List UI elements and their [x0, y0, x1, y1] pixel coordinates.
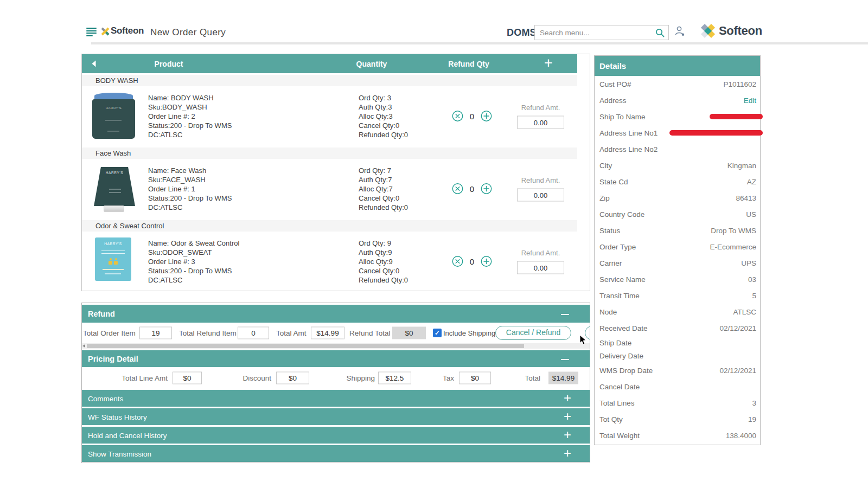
cancel-refund-button[interactable]: Cancel / Refund [495, 326, 571, 340]
product-qty-line: Ord Qty: 9 [359, 239, 408, 248]
collapse-pricing-icon[interactable] [561, 359, 569, 360]
details-row: Cust PO# P1011602 [595, 76, 760, 92]
increase-refund-qty-icon[interactable] [481, 183, 492, 195]
refund-section-header[interactable]: Refund [82, 305, 590, 323]
details-value: 86413 [736, 194, 756, 202]
product-info: Name: Face WashSku:FACE_WASHOrder Line #… [148, 166, 232, 212]
refund-fields: Total Order Item Total Refund Item Total… [82, 323, 590, 343]
refund-qty-control: 0 [452, 256, 492, 267]
user-icon[interactable] [674, 26, 685, 36]
details-row: Transit Time 5 [595, 287, 760, 304]
search-input[interactable] [535, 29, 655, 37]
expand-hold-cancel-icon[interactable]: + [564, 427, 571, 442]
refund-section-title: Refund [88, 310, 115, 318]
refund-amt-label: Refund Amt. [517, 104, 564, 112]
details-label: Address [599, 97, 627, 105]
search-icon[interactable] [655, 28, 665, 37]
expand-comments-icon[interactable]: + [564, 390, 571, 405]
decrease-refund-qty-icon[interactable] [452, 183, 463, 195]
product-info-line: Name: Face Wash [148, 166, 232, 175]
details-header: Details [595, 56, 760, 76]
increase-refund-qty-icon[interactable] [481, 256, 492, 267]
details-label: Carrier [599, 259, 622, 267]
product-qty-line: Cancel Qty:0 [359, 121, 408, 130]
product-group: Face Wash HARRY'S Name: Face WashSku:FAC… [82, 147, 590, 219]
refund-amt-input[interactable] [517, 189, 564, 202]
details-value: 02/12/2021 [719, 367, 756, 375]
hold-cancel-history-section-header[interactable]: Hold and Cancel History + [82, 427, 590, 444]
app-name: DOMS [507, 27, 537, 38]
product-qty-line: Refunded Qty:0 [359, 275, 408, 285]
details-label: Transit Time [599, 292, 640, 300]
product-quantities: Ord Qty: 3Auth Qty:3Alloc Qty:3Cancel Qt… [359, 93, 408, 139]
product-info-line: DC:ATLSC [148, 275, 239, 285]
order-sections: Refund Total Order Item Total Refund Ite… [81, 303, 590, 463]
refund-amt: Refund Amt. [517, 249, 564, 274]
edit-address-link[interactable]: Edit [744, 97, 756, 105]
details-label: Total Lines [599, 399, 635, 407]
details-label: Cust PO# [599, 80, 631, 88]
product-info: Name: Odor & Sweat ControlSku:ODOR_SWEAT… [148, 239, 239, 285]
menu-icon[interactable] [86, 28, 97, 36]
expand-show-transmission-icon[interactable]: + [564, 445, 571, 460]
refund-amt-label: Refund Amt. [517, 249, 564, 257]
discount-input[interactable] [276, 371, 309, 384]
product-info-line: Order Line #: 1 [148, 184, 232, 194]
product-group-label: BODY WASH [95, 76, 138, 85]
decrease-refund-qty-icon[interactable] [452, 111, 463, 122]
refund-amt: Refund Amt. [517, 104, 564, 129]
total-label: Total [470, 374, 540, 382]
details-row: Total Lines 3 [595, 395, 760, 411]
collapse-refund-icon[interactable] [561, 314, 569, 315]
product-quantities: Ord Qty: 9Auth Qty:9Alloc Qty:9Cancel Qt… [359, 239, 408, 285]
expand-wf-status-icon[interactable]: + [564, 408, 571, 423]
collapse-panel-icon[interactable] [91, 60, 96, 67]
product-image: HARRY'S [90, 237, 138, 285]
product-qty-line: Refunded Qty:0 [359, 130, 408, 139]
product-qty-line: Ord Qty: 3 [359, 93, 408, 102]
wf-status-history-title: WF Status History [88, 413, 147, 421]
details-row: Address Line No2 [595, 141, 760, 157]
scrollbar-thumb[interactable] [87, 344, 524, 348]
brand-text-right: Softeon [719, 24, 762, 38]
details-label: Cancel Date [599, 383, 640, 391]
increase-refund-qty-icon[interactable] [481, 111, 492, 122]
header-divider [91, 42, 868, 44]
redaction-bar [669, 130, 763, 136]
add-line-icon[interactable]: + [544, 55, 553, 72]
details-value: Drop To WMS [711, 227, 756, 235]
refund-qty-value: 0 [469, 257, 475, 266]
product-qty-line: Alloc Qty:7 [359, 184, 408, 194]
details-row: Service Name 03 [595, 271, 760, 287]
details-row: Tot Qty 19 [595, 411, 760, 427]
wf-status-history-section-header[interactable]: WF Status History + [82, 408, 590, 425]
product-group-bar: Face Wash [82, 147, 577, 159]
total-line-amt-input[interactable] [173, 371, 202, 384]
details-value: 5 [752, 292, 756, 300]
softeon-logo[interactable]: Softeon [101, 25, 144, 36]
total-amt-input[interactable] [311, 326, 344, 339]
softeon-x-icon [101, 26, 110, 36]
decrease-refund-qty-icon[interactable] [452, 256, 463, 267]
scroll-left-arrow-icon[interactable] [82, 344, 85, 348]
refund-amt-input[interactable] [517, 261, 564, 274]
hold-cancel-history-title: Hold and Cancel History [88, 431, 167, 439]
total-refund-item-input[interactable] [238, 326, 269, 339]
refund-amt-input[interactable] [517, 116, 564, 129]
details-value: AZ [747, 178, 756, 186]
shipping-label: Shipping [310, 374, 375, 382]
details-row: Node ATLSC [595, 304, 760, 320]
product-row: HARRY'S Name: Odor & Sweat ControlSku:OD… [82, 232, 577, 291]
total-line-amt-label: Total Line Amt [86, 374, 168, 382]
pricing-section-header[interactable]: Pricing Detail [82, 350, 590, 367]
details-row: Ship To Name [595, 108, 760, 125]
details-title: Details [599, 61, 626, 70]
product-info-line: Sku:ODOR_SWEAT [148, 248, 239, 257]
horizontal-scrollbar[interactable] [82, 343, 590, 349]
mouse-cursor [579, 335, 587, 345]
total-order-item-input[interactable] [139, 326, 172, 339]
include-shipping-checkbox[interactable]: ✓ [433, 329, 442, 337]
show-transmission-section-header[interactable]: Show Transmission + [82, 445, 590, 462]
include-shipping-label: Include Shipping [443, 329, 495, 337]
comments-section-header[interactable]: Comments + [82, 390, 590, 407]
